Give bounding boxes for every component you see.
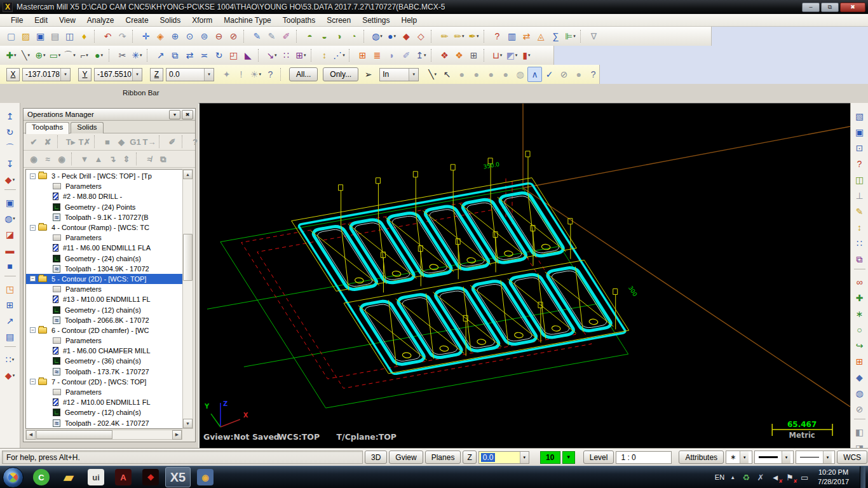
select-up-icon[interactable]: ∧	[527, 67, 542, 82]
redo-icon[interactable]: ↷	[115, 29, 130, 44]
chevron-down-icon[interactable]: ▾	[58, 53, 61, 58]
menu-file[interactable]: File	[5, 14, 29, 26]
trim-break-icon[interactable]: ✂	[115, 48, 130, 63]
fit-screen-icon[interactable]: ⊡	[852, 140, 867, 156]
select-all-button[interactable]: All...	[289, 67, 318, 81]
zoom-previous-icon[interactable]: ⊘	[226, 29, 241, 44]
tab-toolpaths[interactable]: Toolpaths	[25, 122, 69, 134]
quick-grid-icon[interactable]: ⊞	[852, 353, 867, 369]
chevron-down-icon[interactable]: ▾	[13, 177, 15, 182]
scroll-up-icon[interactable]: ▲	[183, 170, 193, 179]
taskbar-clock[interactable]: 10:20 PM7/28/2017	[818, 468, 849, 487]
chook-verify-icon[interactable]: ❖	[437, 48, 452, 63]
z-coordinate-button[interactable]: Z	[150, 68, 163, 81]
xform-nesting-icon[interactable]: ↘▾	[264, 48, 279, 63]
scroll-left-icon[interactable]: ◀	[26, 430, 36, 440]
chevron-down-icon[interactable]: ▾	[573, 34, 576, 39]
tree-toolpath[interactable]: ≈Toolpath - 9.1K - 170727(B	[26, 212, 182, 222]
tray-expand-icon[interactable]: ▲	[730, 475, 735, 480]
move-up-icon[interactable]: ▲	[92, 152, 105, 166]
surface-create-icon[interactable]: ✐	[399, 48, 414, 63]
start-button[interactable]	[3, 467, 24, 488]
dynamic-rotate-icon[interactable]: ◈	[153, 29, 168, 44]
quick-xform-icon[interactable]: ⧉	[852, 251, 867, 267]
collapse-icon[interactable]: −	[30, 379, 36, 384]
chook-edit-icon[interactable]: ❖	[452, 48, 466, 63]
xform-scale-icon[interactable]: ◰	[226, 48, 241, 63]
3d-mode-button[interactable]: 3D	[365, 451, 387, 464]
zoom-selected-icon[interactable]: ⊜	[197, 29, 212, 44]
analyze-distance-icon[interactable]: ⇄	[519, 29, 534, 44]
line-width-select[interactable]: ▾	[796, 451, 835, 464]
solid-history-icon[interactable]: ▤	[3, 329, 18, 344]
post-process-icon[interactable]: T→	[142, 135, 156, 149]
xform-copy-icon[interactable]: ⧉	[168, 48, 182, 63]
print-preview-icon[interactable]: ◫	[62, 29, 77, 44]
screen-settings-icon[interactable]: ⋰▾	[332, 48, 346, 63]
verify-icon[interactable]: ◆	[114, 135, 128, 149]
quick-save-icon[interactable]: ▣	[852, 124, 867, 140]
panel-menu-button[interactable]: ▾	[169, 110, 180, 119]
copy-ops-icon[interactable]: ⧉	[156, 152, 170, 166]
backplot-icon[interactable]: ■	[100, 135, 114, 149]
gview-front-icon[interactable]: ◒	[317, 29, 332, 44]
xform-dynamic-icon[interactable]: ◣	[241, 48, 255, 63]
surface-trim-icon[interactable]: ◗	[384, 48, 399, 63]
chevron-down-icon[interactable]: ▾	[12, 357, 15, 362]
z-coordinate-input[interactable]: 0.0▾	[166, 68, 214, 81]
taskbar-paint[interactable]: ◉	[193, 467, 218, 487]
xform-offset-icon[interactable]: ≍	[197, 48, 212, 63]
color-swatch-button[interactable]: 10	[540, 451, 560, 464]
insert-arrow-icon[interactable]: ↴	[105, 152, 119, 166]
collapse-icon[interactable]: −	[30, 173, 36, 179]
select-mode-2-icon[interactable]: ●	[469, 67, 484, 82]
chevron-down-icon[interactable]: ▾	[424, 53, 426, 58]
collapse-icon[interactable]: −	[30, 225, 36, 231]
collapse-icon[interactable]: −	[30, 327, 36, 333]
solid-pattern-icon[interactable]: ∷▾	[3, 351, 18, 367]
analyze-toolpath-icon[interactable]: ▥	[505, 29, 519, 44]
insert-updown-icon[interactable]: ⇕	[119, 152, 133, 166]
xform-array-icon[interactable]: ⊞▾	[294, 48, 308, 63]
menu-view[interactable]: View	[53, 14, 81, 26]
tree-tool[interactable]: #13 - M10.00 ENDMILL1 FL	[26, 294, 182, 304]
tree-operation-5-selected[interactable]: −5 - Contour (2D) - [WCS: TOP]	[26, 274, 182, 284]
menu-help[interactable]: Help	[396, 14, 423, 26]
gview-cube-icon[interactable]: ◫	[852, 172, 867, 187]
print-icon[interactable]: ▤	[48, 29, 62, 44]
chevron-down-icon[interactable]: ▾	[275, 53, 277, 58]
panel-close-button[interactable]: ✖	[182, 110, 193, 119]
chevron-down-icon[interactable]: ▾	[528, 53, 531, 58]
units-select[interactable]: In▾	[379, 68, 419, 81]
tree-geometry[interactable]: ∟Geometry - (12) chain(s)	[26, 304, 182, 315]
select-mode-3-icon[interactable]: ●	[484, 67, 498, 82]
save-file-icon[interactable]: ▣	[33, 29, 48, 44]
select-last-icon[interactable]: ●	[571, 67, 586, 82]
point-style-select[interactable]: ∗▾	[726, 451, 752, 464]
gview-top-icon[interactable]: ◓	[302, 29, 317, 44]
solid-find-features-icon[interactable]: ↗	[3, 313, 18, 329]
solid-color-icon[interactable]: ◆▾	[3, 367, 18, 383]
scroll-right-icon[interactable]: ▶	[172, 430, 182, 440]
tree-parameters[interactable]: Parameters	[26, 233, 182, 243]
create-arc-icon[interactable]: ⊕▾	[33, 48, 48, 63]
level-button[interactable]: Level	[583, 451, 614, 464]
pan-icon[interactable]: ✛	[139, 29, 153, 44]
g1-post-icon[interactable]: G1	[128, 135, 142, 149]
y-coordinate-button[interactable]: Y	[78, 68, 92, 81]
select-mode-1-icon[interactable]: ●	[454, 67, 469, 82]
wcs-capsule-icon[interactable]: ⊔▾	[490, 48, 505, 63]
scrollbar-thumb[interactable]	[36, 430, 112, 439]
color-dropdown-icon[interactable]: ▼	[562, 451, 575, 464]
clear-colors-icon[interactable]: ✎	[264, 29, 279, 44]
language-indicator[interactable]: EN	[715, 473, 724, 481]
quick-mask-cursor-icon[interactable]: ➢	[361, 67, 376, 82]
scroll-down-icon[interactable]: ▼	[183, 419, 193, 428]
tree-vertical-scrollbar[interactable]: ▲ ▼	[182, 169, 193, 429]
chevron-down-icon[interactable]: ▾	[782, 451, 790, 463]
chevron-down-icon[interactable]: ▾	[13, 216, 15, 221]
regenerate-icon[interactable]: ✐	[279, 29, 294, 44]
swatch-front-icon[interactable]: ◧	[852, 424, 867, 440]
repaint-icon[interactable]: ✎	[250, 29, 264, 44]
tree-operation-4[interactable]: −4 - Contour (Ramp) - [WCS: TC	[26, 222, 182, 233]
